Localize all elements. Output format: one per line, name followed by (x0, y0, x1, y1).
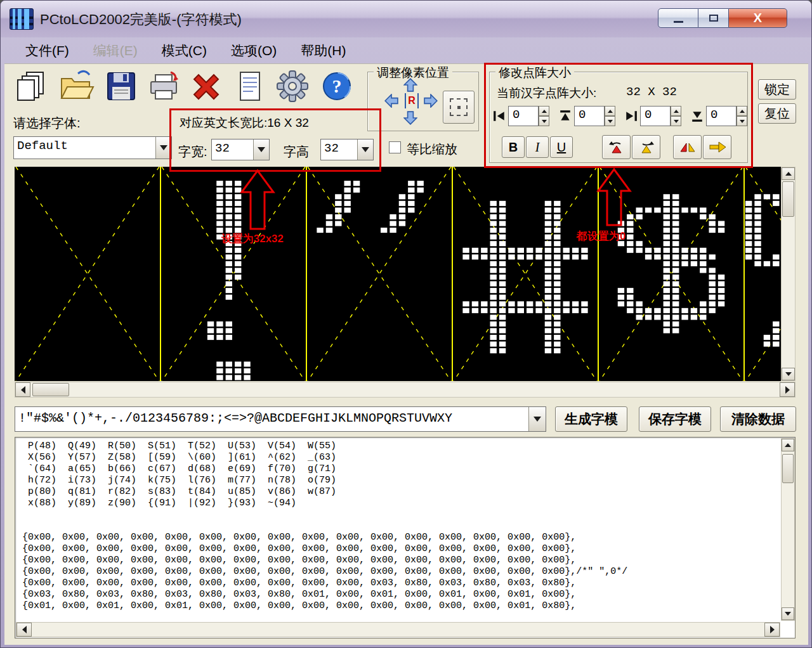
vscroll-thumb[interactable] (782, 454, 794, 483)
offset-right-field[interactable]: 0 (640, 106, 671, 126)
menu-bar: 文件(F) 编辑(E) 模式(C) 选项(O) 帮助(H) (4, 37, 808, 64)
close-button[interactable]: X (728, 8, 787, 28)
scroll-up-button[interactable] (782, 439, 794, 451)
selection-frame-button[interactable] (443, 91, 475, 124)
spin-up-button[interactable] (605, 106, 615, 116)
lock-button[interactable]: 锁定 (758, 79, 796, 100)
canvas-hscrollbar[interactable] (15, 382, 796, 398)
ratio-label: 对应英文长宽比:16 X 32 (180, 115, 309, 131)
spin-up-icon (674, 110, 679, 113)
flip-vertical-button[interactable] (703, 135, 731, 159)
scale-lock-checkbox[interactable] (389, 141, 401, 153)
char-width-drop-button[interactable] (253, 139, 269, 160)
spin-down-button[interactable] (605, 116, 615, 126)
font-select-combo[interactable]: Default (13, 136, 172, 159)
pixel-up-button[interactable] (400, 77, 421, 93)
spin-down-button[interactable] (737, 116, 747, 126)
vscroll-thumb[interactable] (782, 181, 794, 217)
pixel-down-button[interactable] (400, 110, 421, 126)
trim-top-icon (559, 110, 572, 122)
generate-button[interactable]: 生成字模 (555, 406, 627, 432)
scroll-right-button[interactable] (780, 382, 795, 397)
spin-up-button[interactable] (539, 106, 549, 116)
title-bar[interactable]: PCtoLCD2002完美版-(字符模式) X (1, 1, 811, 37)
maximize-icon (709, 15, 718, 22)
scroll-left-icon (22, 626, 27, 633)
save-model-button[interactable]: 保存字模 (639, 406, 711, 432)
menu-mode[interactable]: 模式(C) (150, 38, 219, 63)
underline-button[interactable]: U (550, 136, 573, 158)
toolbar-delete-button[interactable] (187, 68, 225, 105)
delete-x-icon (188, 70, 224, 103)
app-icon (10, 8, 34, 30)
scroll-up-button[interactable] (782, 167, 795, 180)
output-hscrollbar[interactable] (16, 622, 780, 637)
scroll-left-button[interactable] (16, 623, 32, 637)
offset-bottom-field[interactable]: 0 (706, 106, 737, 126)
save-icon (104, 70, 138, 102)
rotate-left-icon (608, 139, 625, 155)
scroll-down-button[interactable] (782, 607, 794, 620)
italic-button[interactable]: I (526, 136, 549, 158)
scroll-down-button[interactable] (782, 368, 795, 380)
menu-file[interactable]: 文件(F) (13, 38, 81, 63)
toolbar-settings-button[interactable] (273, 68, 311, 105)
toolbar-print-button[interactable] (145, 68, 183, 105)
spin-up-icon (542, 110, 547, 113)
output-vscrollbar[interactable] (781, 438, 795, 621)
clear-data-button[interactable]: 清除数据 (720, 406, 796, 432)
flip-horizontal-button[interactable] (673, 135, 702, 159)
char-width-combo[interactable]: 32 (211, 139, 270, 160)
toolbar-open-button[interactable] (58, 68, 96, 105)
offset-top-field[interactable]: 0 (574, 106, 605, 126)
arrow-down-icon (403, 111, 417, 125)
pixel-center-marker: R (405, 93, 419, 108)
charset-drop-button[interactable] (528, 407, 546, 431)
toolbar-report-button[interactable] (230, 68, 268, 105)
minimize-button[interactable] (658, 8, 698, 28)
rotate-right-icon (638, 139, 655, 155)
arrow-left-icon (384, 94, 398, 108)
toolbar-new-button[interactable] (13, 68, 51, 105)
dot-matrix-canvas[interactable] (15, 167, 781, 381)
scroll-right-icon (770, 626, 775, 633)
chevron-down-icon (160, 145, 167, 150)
pixel-left-button[interactable] (381, 93, 402, 109)
pixel-right-button[interactable] (421, 93, 441, 109)
canvas-vscrollbar[interactable] (781, 167, 796, 381)
dashed-frame-icon (450, 98, 468, 116)
scroll-right-button[interactable] (764, 623, 780, 637)
font-select-label: 请选择字体: (13, 115, 81, 132)
char-width-value: 32 (212, 139, 253, 160)
matrix-panel-title: 修改点阵大小 (495, 65, 574, 81)
output-text: P(48) Q(49) R(50) S(51) T(52) U(53) V(54… (22, 441, 627, 612)
settings-gear-icon (275, 70, 310, 103)
menu-help[interactable]: 帮助(H) (289, 38, 358, 63)
spin-down-button[interactable] (671, 116, 681, 126)
rotate-left-button[interactable] (602, 135, 631, 159)
open-folder-icon (59, 70, 95, 103)
toolbar-save-button[interactable] (102, 68, 140, 105)
rotate-right-button[interactable] (632, 135, 660, 159)
scroll-left-button[interactable] (15, 382, 30, 397)
spin-down-icon (674, 120, 679, 123)
maximize-button[interactable] (698, 8, 728, 28)
spin-up-button[interactable] (737, 106, 747, 116)
menu-options[interactable]: 选项(O) (219, 38, 289, 63)
charset-combo[interactable]: !"#$%&'()*+,-./0123456789:;<=>?@ABCDEFGH… (15, 406, 546, 432)
bold-button[interactable]: B (502, 136, 525, 158)
offset-left-field[interactable]: 0 (508, 106, 539, 126)
reset-button[interactable]: 复位 (758, 103, 796, 124)
font-select-value: Default (14, 137, 155, 159)
toolbar-help-button[interactable]: ? (318, 68, 356, 105)
dot-matrix-editor[interactable] (15, 167, 781, 381)
char-width-label: 字宽: (178, 143, 207, 160)
font-select-drop-button[interactable] (155, 137, 171, 159)
window-controls: X (658, 8, 787, 28)
spin-down-button[interactable] (539, 116, 549, 126)
char-height-combo[interactable]: 32 (320, 139, 374, 160)
hscroll-thumb[interactable] (32, 383, 69, 396)
spin-up-button[interactable] (671, 106, 681, 116)
offset-bottom-spinner (737, 106, 747, 126)
char-height-drop-button[interactable] (357, 139, 373, 160)
